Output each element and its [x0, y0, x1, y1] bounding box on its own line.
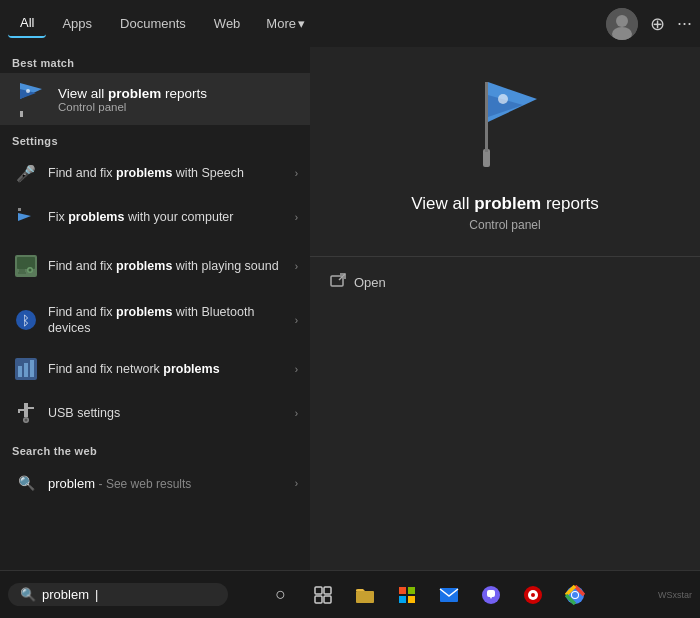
file-explorer-button[interactable]: [347, 577, 383, 613]
windows-start-button[interactable]: [389, 577, 425, 613]
settings-item-computer[interactable]: Fix problems with your computer ›: [0, 195, 310, 239]
best-match-item[interactable]: View all problem reports Control panel: [0, 73, 310, 125]
svg-rect-3: [20, 111, 23, 117]
chevron-right-icon4: ›: [295, 315, 298, 326]
settings-text-network: Find and fix network problems: [48, 361, 295, 377]
svg-rect-41: [399, 596, 406, 603]
svg-rect-39: [399, 587, 406, 594]
svg-rect-35: [324, 587, 331, 594]
nav-right: ⊕ ···: [606, 8, 692, 40]
settings-text-bluetooth: Find and fix problems with Bluetooth dev…: [48, 304, 295, 337]
main-layout: Best match View all problem reports Cont…: [0, 47, 700, 570]
best-match-label: Best match: [0, 47, 310, 73]
top-nav: All Apps Documents Web More ▾ ⊕ ···: [0, 0, 700, 47]
svg-point-32: [498, 94, 508, 104]
svg-text:ᛒ: ᛒ: [22, 313, 30, 328]
left-panel: Best match View all problem reports Cont…: [0, 47, 310, 570]
more-options-icon[interactable]: ···: [677, 13, 692, 34]
circle-app-button[interactable]: [515, 577, 551, 613]
taskbar-center: ○: [263, 577, 593, 613]
svg-rect-12: [18, 272, 26, 274]
best-match-subtitle: Control panel: [58, 101, 207, 113]
feedback-icon[interactable]: ⊕: [650, 13, 665, 35]
result-title: View all problem reports: [411, 194, 599, 214]
svg-rect-43: [440, 588, 458, 602]
svg-rect-38: [356, 591, 374, 603]
right-panel: View all problem reports Control panel O…: [310, 47, 700, 570]
settings-item-usb[interactable]: USB settings ›: [0, 391, 310, 435]
search-input[interactable]: problem: [42, 587, 89, 602]
settings-text-sound: Find and fix problems with playing sound: [48, 258, 295, 274]
chevron-right-icon5: ›: [295, 364, 298, 375]
search-web-label: Search the web: [0, 435, 310, 461]
svg-rect-42: [408, 596, 415, 603]
settings-item-network[interactable]: Find and fix network problems ›: [0, 347, 310, 391]
web-search-item[interactable]: 🔍 problem - See web results ›: [0, 461, 310, 505]
search-web-icon: 🔍: [12, 469, 40, 497]
chevron-right-icon7: ›: [295, 478, 298, 489]
svg-rect-34: [315, 587, 322, 594]
settings-text-speech: Find and fix problems with Speech: [48, 165, 295, 181]
search-icon: 🔍: [20, 587, 36, 602]
user-avatar[interactable]: [606, 8, 638, 40]
svg-rect-19: [24, 363, 28, 377]
network-icon: [12, 355, 40, 383]
settings-label: Settings: [0, 125, 310, 151]
start-circle-button[interactable]: ○: [263, 577, 299, 613]
svg-marker-8: [18, 213, 31, 221]
svg-point-50: [572, 592, 578, 598]
svg-rect-37: [324, 596, 331, 603]
task-view-button[interactable]: [305, 577, 341, 613]
mail-button[interactable]: [431, 577, 467, 613]
viber-button[interactable]: [473, 577, 509, 613]
svg-point-14: [29, 269, 32, 272]
settings-item-sound[interactable]: Find and fix problems with playing sound…: [0, 239, 310, 293]
nav-tab-apps[interactable]: Apps: [50, 10, 104, 37]
svg-point-27: [25, 419, 28, 422]
speech-icon: 🎤: [12, 159, 40, 187]
nav-tab-more[interactable]: More ▾: [256, 10, 315, 37]
open-action[interactable]: Open: [310, 265, 700, 300]
settings-text-computer: Fix problems with your computer: [48, 209, 295, 225]
panel-divider: [310, 256, 700, 257]
svg-rect-18: [18, 366, 22, 377]
computer-icon: [12, 203, 40, 231]
svg-rect-25: [32, 407, 34, 409]
svg-rect-29: [485, 82, 488, 152]
svg-rect-21: [24, 403, 28, 417]
svg-rect-24: [18, 409, 20, 413]
web-search-text: problem - See web results: [48, 476, 295, 491]
svg-rect-7: [18, 208, 21, 211]
nav-tab-documents[interactable]: Documents: [108, 10, 198, 37]
search-bar[interactable]: 🔍 problem|: [8, 583, 228, 606]
result-flag-icon: [465, 77, 545, 182]
chevron-right-icon3: ›: [295, 261, 298, 272]
svg-rect-40: [408, 587, 415, 594]
sound-icon: [12, 252, 40, 280]
nav-tab-web[interactable]: Web: [202, 10, 253, 37]
settings-text-usb: USB settings: [48, 405, 295, 421]
nav-tab-all[interactable]: All: [8, 9, 46, 38]
taskbar: 🔍 problem| ○: [0, 570, 700, 618]
svg-point-6: [26, 89, 30, 93]
best-match-text: View all problem reports Control panel: [58, 86, 207, 113]
svg-rect-20: [30, 360, 34, 377]
open-label: Open: [354, 275, 386, 290]
taskbar-right: WSxstar: [658, 589, 692, 600]
bluetooth-icon: ᛒ: [12, 306, 40, 334]
svg-point-47: [531, 593, 535, 597]
chevron-right-icon: ›: [295, 168, 298, 179]
watermark-text: WSxstar: [658, 589, 692, 600]
chrome-button[interactable]: [557, 577, 593, 613]
chevron-right-icon2: ›: [295, 212, 298, 223]
settings-item-speech[interactable]: 🎤 Find and fix problems with Speech ›: [0, 151, 310, 195]
best-match-title: View all problem reports: [58, 86, 207, 101]
open-icon: [330, 273, 346, 292]
chevron-right-icon6: ›: [295, 408, 298, 419]
settings-item-bluetooth[interactable]: ᛒ Find and fix problems with Bluetooth d…: [0, 293, 310, 347]
best-match-icon: [12, 81, 48, 117]
usb-icon: [12, 399, 40, 427]
svg-point-1: [616, 15, 628, 27]
svg-rect-10: [17, 257, 35, 269]
svg-rect-36: [315, 596, 322, 603]
